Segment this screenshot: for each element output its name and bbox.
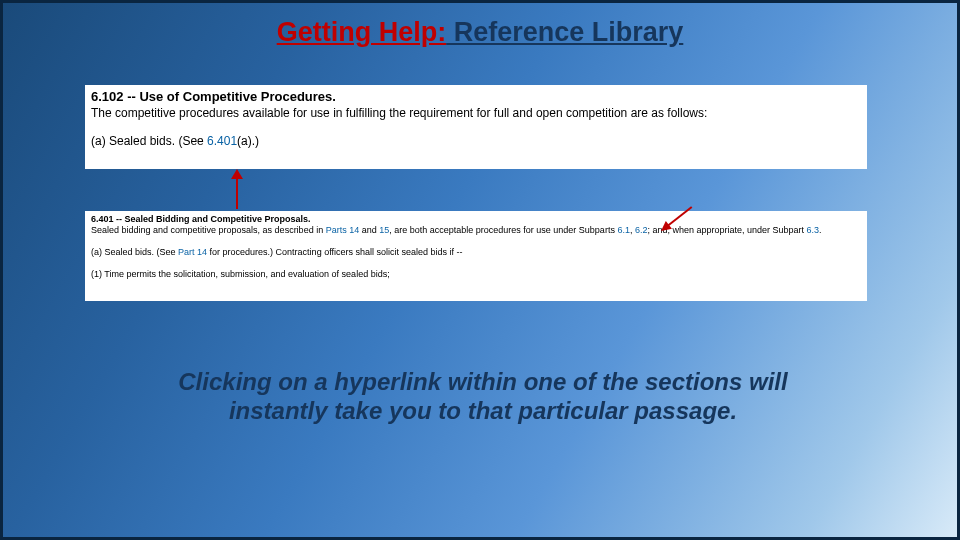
- panel2-item-a-pre: (a) Sealed bids. (See: [91, 247, 178, 257]
- title-part-1: Getting Help:: [277, 17, 447, 47]
- arrow-icon: [231, 169, 243, 209]
- panel2-link-parts14[interactable]: Parts 14: [326, 225, 360, 235]
- reference-panel-2: 6.401 -- Sealed Bidding and Competitive …: [85, 211, 867, 301]
- title-part-2: Reference Library: [446, 17, 683, 47]
- panel2-text-mid4: ; and, when appropriate, under Subpart: [647, 225, 806, 235]
- panel2-text-mid1: and: [359, 225, 379, 235]
- panel2-text-post: .: [819, 225, 822, 235]
- panel2-link-61[interactable]: 6.1: [617, 225, 630, 235]
- panel1-link-6401[interactable]: 6.401: [207, 134, 237, 148]
- panel2-link-62[interactable]: 6.2: [635, 225, 648, 235]
- slide: Getting Help: Reference Library 6.102 --…: [0, 0, 960, 540]
- panel1-item-a: (a) Sealed bids. (See 6.401(a).): [85, 130, 867, 152]
- panel2-text-pre: Sealed bidding and competitive proposals…: [91, 225, 326, 235]
- panel1-heading: 6.102 -- Use of Competitive Procedures.: [85, 85, 867, 104]
- panel2-link-63[interactable]: 6.3: [807, 225, 820, 235]
- panel1-text: The competitive procedures available for…: [85, 104, 867, 130]
- panel2-heading: 6.401 -- Sealed Bidding and Competitive …: [85, 211, 867, 224]
- panel1-item-a-post: (a).): [237, 134, 259, 148]
- panel2-text: Sealed bidding and competitive proposals…: [85, 224, 867, 245]
- panel1-item-a-pre: (a) Sealed bids. (See: [91, 134, 207, 148]
- panel2-link-15[interactable]: 15: [379, 225, 389, 235]
- panel2-item-1: (1) Time permits the solicitation, submi…: [85, 267, 867, 289]
- slide-title: Getting Help: Reference Library: [3, 17, 957, 48]
- panel2-text-mid2: , are both acceptable procedures for use…: [389, 225, 617, 235]
- reference-panel-1: 6.102 -- Use of Competitive Procedures. …: [85, 85, 867, 169]
- panel2-item-a: (a) Sealed bids. (See Part 14 for proced…: [85, 245, 867, 267]
- panel2-link-part14[interactable]: Part 14: [178, 247, 207, 257]
- slide-caption: Clicking on a hyperlink within one of th…: [133, 367, 833, 426]
- panel2-item-a-post: for procedures.) Contracting officers sh…: [207, 247, 462, 257]
